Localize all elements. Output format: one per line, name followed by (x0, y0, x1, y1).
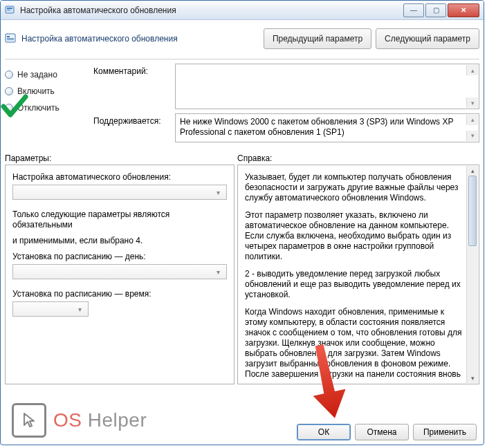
scroll-thumb[interactable] (468, 176, 477, 246)
required-note-1: Только следующие параметры являются обяз… (12, 209, 227, 230)
radio-dot-icon (5, 104, 13, 112)
body: Настройка автоматического обновления Пре… (1, 20, 484, 389)
watermark-text: OS Helper (53, 409, 147, 431)
header-title: Настройка автоматического обновления (21, 34, 178, 44)
policy-icon (5, 32, 17, 45)
help-paragraph: Этот параметр позволяет указать, включен… (245, 210, 463, 262)
comment-label: Комментарий: (93, 64, 171, 109)
svg-rect-5 (7, 38, 14, 39)
divider (5, 59, 479, 59)
radio-enabled[interactable]: Включить (5, 83, 82, 100)
supported-on-box: Не ниже Windows 2000 с пакетом обновлени… (175, 113, 479, 142)
help-panel: Указывает, будет ли компьютер получать о… (237, 165, 479, 384)
svg-rect-2 (7, 10, 10, 10)
cancel-button[interactable]: Отмена (355, 424, 409, 440)
dialog-buttons: ОК Отмена Применить (297, 424, 477, 440)
schedule-day-dropdown[interactable]: ▾ (12, 264, 227, 279)
parameters-panel: Настройка автоматического обновления: ▾ … (5, 165, 235, 384)
section-labels: Параметры: Справка: (5, 153, 479, 163)
app-icon (5, 5, 16, 16)
supported-text: Не ниже Windows 2000 с пакетом обновлени… (180, 117, 453, 137)
au-config-label: Настройка автоматического обновления: (12, 172, 227, 182)
chevron-down-icon: ▾ (212, 189, 223, 196)
scroll-down-icon[interactable]: ▾ (466, 97, 478, 108)
schedule-time-dropdown[interactable]: ▾ (12, 301, 89, 317)
chevron-down-icon: ▾ (74, 306, 85, 313)
required-note-2: и применимыми, если выбрано 4. (12, 236, 227, 246)
close-button[interactable]: ✕ (448, 3, 479, 17)
scroll-up-icon[interactable]: ▴ (467, 166, 478, 176)
svg-rect-6 (7, 39, 14, 40)
scroll-up-icon[interactable]: ▴ (466, 65, 478, 75)
previous-setting-button[interactable]: Предыдущий параметр (264, 28, 371, 49)
watermark-os: OS (53, 409, 82, 431)
radio-disabled[interactable]: Отключить (5, 100, 82, 116)
help-paragraph: 2 - выводить уведомление перед загрузкой… (245, 269, 463, 300)
scroll-down-icon[interactable]: ▾ (466, 131, 478, 141)
watermark: OS Helper (12, 403, 147, 438)
radio-not-configured[interactable]: Не задано (5, 66, 82, 83)
svg-rect-4 (7, 36, 10, 37)
titlebar: Настройка автоматического обновления — ▢… (1, 1, 484, 20)
policy-editor-window: Настройка автоматического обновления — ▢… (0, 0, 484, 445)
svg-rect-1 (7, 8, 12, 9)
ok-button[interactable]: ОК (297, 424, 351, 440)
help-paragraph: Когда Windows находит обновления, примен… (245, 307, 463, 380)
radio-label: Не задано (17, 70, 57, 80)
help-scrollbar[interactable]: ▴ ▾ (466, 166, 478, 383)
split-panels: Настройка автоматического обновления: ▾ … (5, 165, 479, 384)
minimize-button[interactable]: — (403, 3, 424, 17)
radio-label: Включить (17, 86, 55, 96)
radio-dot-icon (5, 87, 13, 95)
next-setting-button[interactable]: Следующий параметр (376, 28, 479, 49)
radio-label: Отключить (17, 103, 59, 113)
config-row: Не задано Включить Отключить Комментарий (5, 64, 479, 142)
radio-dot-icon (5, 71, 13, 79)
au-config-dropdown[interactable]: ▾ (12, 185, 227, 200)
help-paragraph: Указывает, будет ли компьютер получать о… (245, 172, 463, 203)
header-strip: Настройка автоматического обновления Пре… (5, 24, 479, 53)
apply-button[interactable]: Применить (413, 424, 477, 440)
schedule-time-label: Установка по расписанию — время: (12, 289, 227, 299)
parameters-heading: Параметры: (5, 153, 237, 163)
chevron-down-icon: ▾ (212, 268, 223, 276)
maximize-button[interactable]: ▢ (425, 3, 446, 17)
help-heading: Справка: (237, 153, 272, 163)
scroll-up-icon[interactable]: ▴ (466, 115, 478, 125)
schedule-day-label: Установка по расписанию — день: (12, 252, 227, 261)
comment-textarea[interactable]: ▴ ▾ (175, 64, 479, 109)
scroll-down-icon[interactable]: ▾ (467, 373, 478, 383)
state-radio-group: Не задано Включить Отключить (5, 64, 82, 142)
window-controls: — ▢ ✕ (402, 3, 479, 17)
supported-label: Поддерживается: (93, 113, 171, 142)
window-title: Настройка автоматического обновления (20, 6, 402, 15)
watermark-helper: Helper (82, 409, 147, 431)
cursor-icon (12, 403, 46, 438)
